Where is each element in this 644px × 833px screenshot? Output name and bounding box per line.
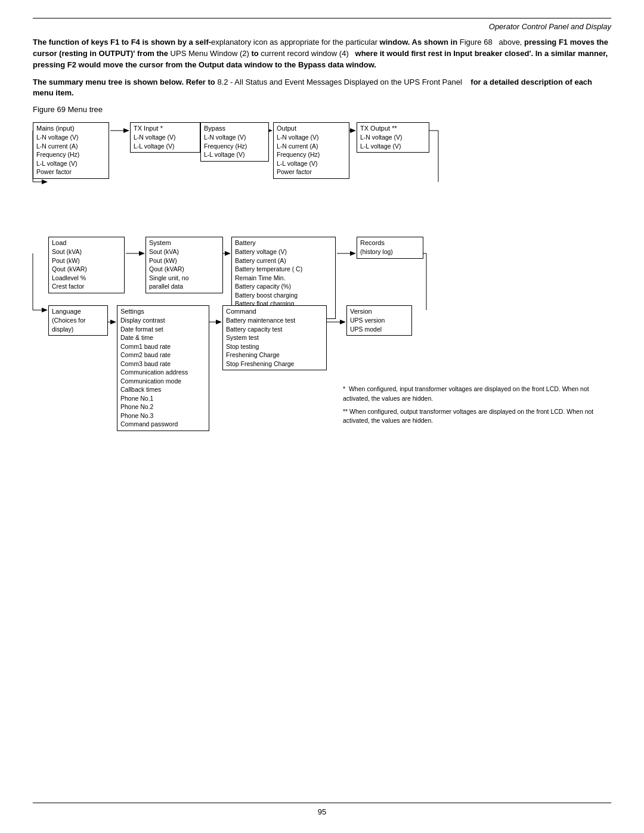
svg-marker-19 — [350, 251, 356, 256]
svg-marker-30 — [340, 320, 346, 324]
paragraph-1: The function of keys F1 to F4 is shown b… — [33, 37, 611, 71]
page: Operator Control Panel and Display The f… — [0, 0, 644, 833]
box-settings: Settings Display contrastDate format set… — [117, 305, 209, 431]
box-command: Command Battery maintenance testBattery … — [222, 305, 327, 370]
box-language: Language (Choices fordisplay) — [48, 305, 108, 336]
footnote-2: ** When configured, output transformer v… — [343, 407, 605, 426]
paragraph-2: The summary menu tree is shown below. Re… — [33, 77, 611, 100]
box-records: Records (history log) — [357, 237, 423, 259]
svg-marker-26 — [110, 320, 116, 324]
page-header: Operator Control Panel and Display — [33, 22, 611, 31]
footnotes: * When configured, input transformer vol… — [343, 385, 605, 426]
box-load: Load Sout (kVA)Pout (kW)Qout (kVAR)Loadl… — [48, 237, 125, 293]
svg-marker-17 — [225, 251, 231, 256]
svg-marker-24 — [42, 308, 48, 312]
box-version: Version UPS versionUPS model — [346, 305, 412, 336]
svg-marker-1 — [123, 128, 129, 133]
menu-tree-diagram: Mains (input) L-N voltage (V)L-N current… — [33, 122, 611, 456]
box-system: System Sout (kVA)Pout (kW)Qout (kVAR)Sin… — [145, 237, 223, 293]
box-bypass: Bypass L-N voltage (V)Frequency (Hz)L-L … — [200, 122, 269, 162]
box-output: Output L-N voltage (V)L-N current (A)Fre… — [273, 122, 349, 179]
box-tx-input: TX Input * L-N voltage (V)L-L voltage (V… — [130, 122, 200, 153]
bottom-rule — [33, 803, 611, 803]
svg-marker-7 — [350, 128, 356, 133]
box-tx-output: TX Output ** L-N voltage (V)L-L voltage … — [357, 122, 429, 153]
svg-marker-28 — [216, 320, 222, 324]
svg-marker-15 — [139, 251, 145, 256]
footnote-1: * When configured, input transformer vol… — [343, 385, 605, 404]
figure-label: Figure 69 Menu tree — [33, 105, 611, 114]
page-number: 95 — [318, 807, 326, 816]
top-rule — [33, 18, 611, 18]
box-mains: Mains (input) L-N voltage (V)L-N current… — [33, 122, 109, 179]
svg-marker-12 — [42, 179, 48, 184]
